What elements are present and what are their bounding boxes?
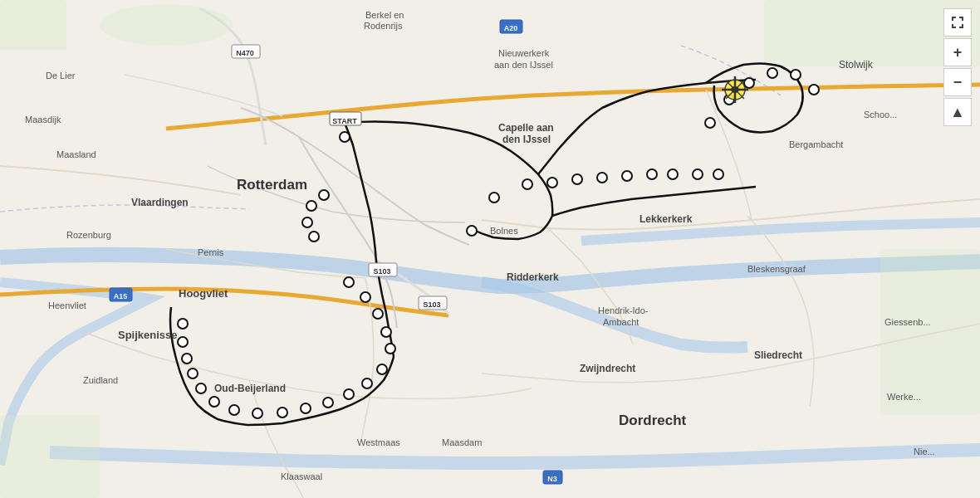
map-controls: + − ▲ [943,8,972,126]
svg-point-14 [385,344,395,354]
zoom-out-icon: − [953,74,963,91]
svg-text:Ambacht: Ambacht [603,317,639,327]
svg-point-32 [547,178,557,188]
map-container: START N470 A20 A15 S103 S103 N3 [0,0,980,498]
svg-text:Stolwijk: Stolwijk [839,59,874,71]
svg-point-36 [647,169,657,179]
svg-point-15 [377,364,387,374]
svg-point-29 [467,226,477,236]
svg-text:Bleskensgraaf: Bleskensgraaf [747,264,806,274]
svg-text:Sliedrecht: Sliedrecht [754,349,802,361]
svg-text:Capelle aan: Capelle aan [498,122,554,134]
svg-text:Rodenrijs: Rodenrijs [364,21,403,31]
svg-point-20 [277,408,287,417]
svg-text:De Lier: De Lier [46,71,76,81]
fullscreen-button[interactable] [943,8,972,37]
svg-text:Dordrecht: Dordrecht [619,413,687,428]
svg-point-45 [809,85,819,95]
svg-point-35 [622,171,632,181]
svg-point-34 [597,173,607,183]
svg-point-11 [360,292,370,302]
svg-point-51 [731,86,739,93]
svg-point-5 [340,132,350,142]
svg-point-16 [362,378,372,388]
svg-point-21 [252,408,262,418]
svg-text:A20: A20 [504,24,518,32]
svg-text:N3: N3 [547,475,557,483]
svg-text:Vlaardingen: Vlaardingen [131,197,189,208]
svg-point-30 [489,193,499,203]
svg-text:Nieuwerkerk: Nieuwerkerk [498,48,550,58]
svg-point-23 [209,397,219,407]
north-button[interactable]: ▲ [943,98,972,126]
svg-point-19 [301,403,311,413]
svg-point-22 [229,405,239,415]
svg-text:Nie...: Nie... [914,447,935,456]
svg-point-25 [188,369,198,378]
svg-point-26 [182,354,192,364]
svg-text:Westmaas: Westmaas [357,437,400,447]
svg-text:Oud-Beijerland: Oud-Beijerland [214,383,286,394]
svg-point-7 [306,201,316,211]
svg-text:Hendrik-Ido-: Hendrik-Ido- [598,305,649,315]
zoom-in-button[interactable]: + [943,38,972,66]
zoom-out-button[interactable]: − [943,68,972,96]
svg-point-40 [705,118,715,128]
svg-rect-0 [0,0,66,50]
north-icon: ▲ [950,104,965,121]
svg-point-43 [767,68,777,78]
svg-point-10 [344,277,354,287]
svg-text:N470: N470 [236,49,254,57]
svg-point-37 [668,169,678,179]
svg-point-4 [100,4,233,46]
svg-text:Bergambacht: Bergambacht [789,139,843,149]
svg-text:den IJssel: den IJssel [502,134,551,145]
svg-text:Lekkerkerk: Lekkerkerk [639,213,693,225]
svg-rect-2 [880,249,980,415]
svg-point-31 [522,179,532,189]
svg-point-42 [744,78,754,88]
svg-point-44 [791,70,801,80]
svg-text:Berkel en: Berkel en [365,10,404,20]
svg-point-6 [319,190,329,200]
svg-text:S103: S103 [373,267,390,276]
svg-text:Klaaswaal: Klaaswaal [281,471,322,481]
svg-text:Bolnes: Bolnes [490,226,518,236]
svg-text:Rotterdam: Rotterdam [237,177,307,193]
svg-point-12 [373,309,383,319]
svg-point-13 [381,327,391,337]
svg-text:Schoo...: Schoo... [864,110,897,120]
svg-point-9 [309,232,319,242]
svg-point-17 [344,389,354,399]
svg-point-33 [572,174,582,184]
svg-text:Hoogvliet: Hoogvliet [179,287,228,300]
svg-text:Rozenburg: Rozenburg [66,230,111,240]
svg-point-18 [323,398,333,408]
svg-text:Pernis: Pernis [198,247,224,257]
svg-point-8 [302,217,312,227]
svg-point-27 [178,337,188,347]
svg-text:START: START [332,117,357,125]
svg-point-24 [196,383,206,393]
svg-text:Maasdam: Maasdam [442,437,482,447]
svg-text:aan den IJssel: aan den IJssel [494,60,553,70]
svg-text:S103: S103 [423,300,440,309]
svg-text:Zuidland: Zuidland [83,375,118,385]
svg-text:Heenvliet: Heenvliet [48,300,86,310]
zoom-in-icon: + [953,44,963,61]
svg-text:Ridderkerk: Ridderkerk [507,271,559,283]
svg-text:Maasdijk: Maasdijk [25,115,61,124]
svg-text:Giessenb...: Giessenb... [884,317,931,327]
svg-text:Maasland: Maasland [56,149,96,159]
svg-point-38 [693,169,703,179]
svg-text:Zwijndrecht: Zwijndrecht [580,363,635,374]
svg-point-39 [713,169,723,179]
svg-text:Werke...: Werke... [887,392,921,402]
svg-point-28 [178,319,188,329]
svg-rect-3 [0,415,100,498]
svg-text:A15: A15 [114,292,128,300]
map-svg: START N470 A20 A15 S103 S103 N3 [0,0,980,498]
svg-text:Spijkenisse: Spijkenisse [118,329,178,341]
